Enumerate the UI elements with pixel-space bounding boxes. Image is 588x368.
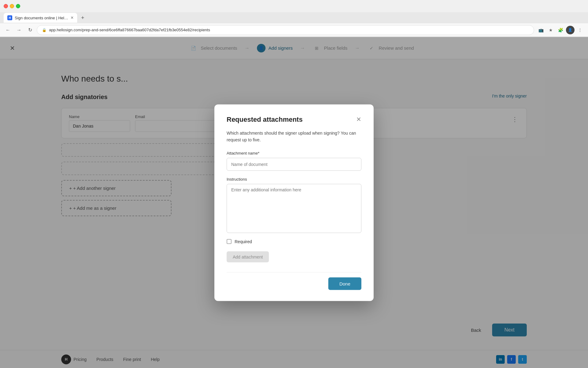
back-browser-button[interactable]: ← — [4, 26, 12, 34]
tab-favicon-icon: H — [7, 15, 12, 20]
tab-title: Sign documents online | HelloS... — [15, 16, 68, 20]
instructions-wrapper — [227, 184, 361, 239]
modal-description: Which attachments should the signer uplo… — [227, 130, 361, 144]
address-text: app.hellosign.com/prep-and-send/6ce6ffa8… — [49, 28, 210, 32]
browser-nav: ← → ↻ 🔒 app.hellosign.com/prep-and-send/… — [0, 23, 588, 37]
modal-header: Requested attachments ✕ — [227, 116, 361, 124]
maximize-window-button[interactable] — [16, 4, 20, 8]
add-attachment-button: Add attachment — [227, 251, 269, 262]
forward-browser-button[interactable]: → — [15, 26, 23, 34]
browser-nav-actions: 📺 ★ 🧩 👤 ⋮ — [537, 26, 584, 34]
reload-button[interactable]: ↻ — [26, 26, 34, 34]
browser-titlebar — [0, 0, 588, 12]
bookmark-icon[interactable]: ★ — [546, 26, 555, 34]
browser-chrome: H Sign documents online | HelloS... × + … — [0, 0, 588, 37]
requested-attachments-modal: Requested attachments ✕ Which attachment… — [214, 105, 374, 301]
modal-title: Requested attachments — [227, 116, 303, 124]
attachment-name-label: Attachment name* — [227, 151, 361, 155]
modal-footer: Done — [227, 272, 361, 290]
attachment-name-input[interactable] — [227, 158, 361, 171]
instructions-textarea[interactable] — [227, 184, 361, 233]
new-tab-button[interactable]: + — [78, 13, 87, 22]
cast-icon[interactable]: 📺 — [537, 26, 545, 34]
lock-icon: 🔒 — [42, 28, 47, 32]
extensions-icon[interactable]: 🧩 — [556, 26, 565, 34]
required-checkbox-row: Required — [227, 239, 361, 244]
required-label: Required — [235, 239, 252, 244]
address-bar[interactable]: 🔒 app.hellosign.com/prep-and-send/6ce6ff… — [37, 25, 534, 35]
browser-tabs: H Sign documents online | HelloS... × + — [0, 12, 588, 23]
traffic-lights — [4, 4, 20, 8]
required-checkbox[interactable] — [227, 239, 232, 244]
tab-close-button[interactable]: × — [71, 15, 74, 20]
incognito-button[interactable]: 👤 — [566, 26, 575, 34]
minimize-window-button[interactable] — [10, 4, 14, 8]
close-window-button[interactable] — [4, 4, 8, 8]
app-container: ✕ 📄 Select documents → 👤 Add signers → ⊞… — [0, 37, 588, 368]
instructions-label: Instructions — [227, 177, 361, 181]
modal-close-button[interactable]: ✕ — [356, 116, 361, 122]
active-tab[interactable]: H Sign documents online | HelloS... × — [4, 13, 77, 23]
menu-button[interactable]: ⋮ — [576, 26, 584, 34]
incognito-icon: 👤 — [568, 28, 572, 32]
done-button[interactable]: Done — [328, 277, 361, 290]
